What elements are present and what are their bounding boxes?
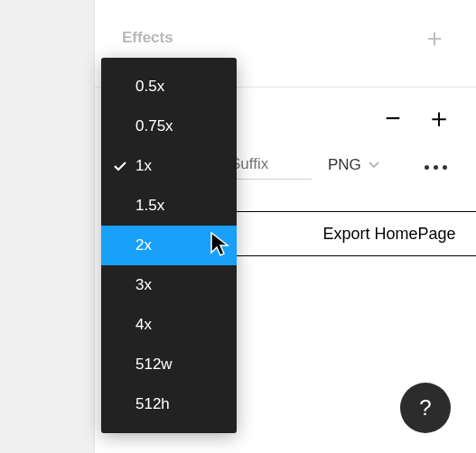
scale-option-512w[interactable]: 512w	[101, 345, 237, 384]
format-value: PNG	[328, 156, 361, 174]
scale-option-label: 0.75x	[135, 117, 224, 135]
scale-option-4x[interactable]: 4x	[101, 305, 237, 345]
suffix-input[interactable]	[230, 155, 312, 180]
scale-option-2x[interactable]: 2x	[101, 226, 237, 265]
scale-dropdown[interactable]: 0.5x0.75x1x1.5x2x3x4x512w512h	[101, 58, 237, 433]
add-effect-button[interactable]: ＋	[422, 25, 447, 51]
scale-option-label: 2x	[135, 236, 224, 254]
scale-option-label: 3x	[135, 276, 224, 294]
help-icon: ?	[419, 395, 431, 421]
help-button[interactable]: ?	[400, 383, 451, 433]
effects-title: Effects	[122, 29, 173, 47]
scale-option-0-75x[interactable]: 0.75x	[101, 106, 237, 146]
chevron-down-icon	[369, 162, 379, 169]
scale-option-label: 4x	[135, 316, 224, 334]
format-select[interactable]: PNG	[328, 156, 379, 180]
scale-option-label: 1.5x	[135, 197, 224, 215]
scale-option-0-5x[interactable]: 0.5x	[101, 67, 237, 106]
scale-option-1x[interactable]: 1x	[101, 146, 237, 186]
scale-option-1-5x[interactable]: 1.5x	[101, 186, 237, 226]
effects-header: Effects ＋	[122, 25, 447, 51]
export-button[interactable]: Export HomePage	[229, 211, 476, 256]
scale-option-label: 0.5x	[135, 78, 224, 96]
left-gutter	[0, 0, 94, 453]
add-export-button[interactable]: ＋	[425, 105, 447, 132]
scale-option-3x[interactable]: 3x	[101, 265, 237, 305]
check-icon	[114, 162, 135, 171]
export-button-label: Export HomePage	[322, 225, 455, 244]
more-options-button[interactable]	[425, 165, 447, 170]
scale-option-label: 512w	[135, 356, 224, 374]
remove-export-button[interactable]: −	[382, 105, 404, 132]
scale-option-label: 1x	[135, 157, 224, 175]
scale-option-label: 512h	[135, 395, 224, 413]
scale-option-512h[interactable]: 512h	[101, 384, 237, 424]
